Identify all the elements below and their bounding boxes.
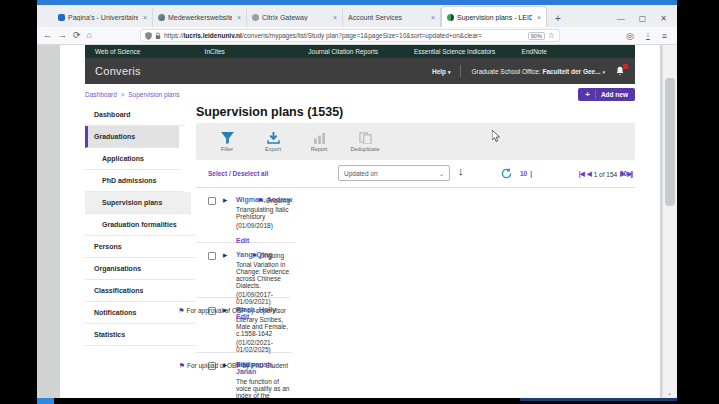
menu-hamburger-icon[interactable]: ≡ — [662, 31, 667, 41]
report-icon — [313, 132, 326, 144]
status-label: ⚑For upload of OBP by PhD Student — [178, 361, 288, 371]
minimize-icon[interactable]: — — [617, 14, 625, 23]
sidebar-item-label: Notifications — [94, 309, 136, 316]
clarivate-link[interactable]: InCites — [205, 48, 297, 55]
tab-close-icon[interactable]: × — [331, 14, 337, 21]
toolbar-button[interactable]: Export — [252, 132, 294, 152]
sidebar-item[interactable]: Graduations — [85, 126, 179, 148]
browser-window: Pagina's - Universitaire Bibl × Medewerk… — [37, 0, 677, 398]
pagination-first-icon[interactable]: |◀ — [579, 170, 584, 178]
flag-icon: ⚑ — [179, 362, 185, 369]
scrollbar-down-icon[interactable]: ⌄ — [667, 389, 672, 396]
tab-favicon-icon — [58, 14, 65, 21]
pagination-last-icon[interactable]: ▶| — [627, 170, 632, 178]
converis-header: Converis Help ▾ Graduate School Office: … — [85, 58, 635, 84]
breadcrumb-dashboard[interactable]: Dashboard — [85, 91, 117, 98]
deduplicate-icon — [359, 132, 372, 144]
refresh-icon[interactable] — [501, 168, 512, 180]
forward-icon[interactable]: → — [58, 31, 67, 40]
mouse-cursor — [492, 130, 501, 143]
tab-close-icon[interactable]: × — [235, 14, 241, 21]
clarivate-link[interactable]: Journal Citation Reports — [308, 48, 402, 55]
browser-tab[interactable]: Supervision plans - LEIDEN × — [441, 6, 547, 27]
add-new-button[interactable]: + Add new — [578, 88, 635, 101]
url-field[interactable]: https://lucris.leidenuniv.nl/converis/my… — [140, 29, 560, 42]
sidebar-item[interactable]: Dashboard — [85, 104, 185, 126]
sidebar-item[interactable]: Graduation formalities — [85, 214, 195, 236]
toolbar-button[interactable]: Filter — [206, 132, 248, 152]
tab-close-icon[interactable]: × — [429, 14, 435, 21]
shield-icon[interactable] — [145, 32, 152, 40]
taskbar-fragment — [37, 398, 54, 404]
pagination-next-icon[interactable]: ▶ — [620, 170, 624, 178]
sort-dropdown[interactable]: Updated on ⌄ — [338, 165, 450, 181]
new-tab-button[interactable]: + — [547, 13, 569, 27]
vertical-scrollbar[interactable]: ⌄ — [662, 45, 677, 398]
role-selector[interactable]: Graduate School Office: Faculteit der Ge… — [471, 68, 605, 75]
bookmark-star-icon[interactable]: ☆ — [548, 31, 555, 40]
toolbar-button[interactable]: Deduplicate — [344, 132, 386, 152]
toolbar-button[interactable]: Report — [298, 132, 340, 152]
breadcrumb: Dashboard > Supervision plans — [85, 91, 180, 98]
notifications-bell-icon[interactable] — [615, 66, 625, 76]
pagination: |◀ ◀ 1 of 154 ▶ ▶| — [579, 170, 632, 178]
lock-icon[interactable] — [155, 32, 161, 40]
sidebar-item[interactable]: Applications — [85, 148, 181, 170]
sort-direction-icon[interactable]: ↓ — [458, 165, 464, 177]
home-icon[interactable]: ⌂ — [87, 31, 92, 40]
sidebar-item[interactable]: Classifications — [85, 280, 195, 302]
sidebar-item[interactable]: Supervision plans — [85, 192, 191, 214]
sidebar-item[interactable]: Organisations — [85, 258, 195, 280]
list-item: ▶ Yang, Qing Tonal Variation in Change: … — [196, 243, 290, 298]
close-icon[interactable]: ✕ — [660, 14, 667, 23]
pagination-prev-icon[interactable]: ◀ — [587, 170, 591, 178]
clarivate-link[interactable]: Web of Science — [95, 48, 193, 55]
notification-badge — [623, 64, 628, 69]
tab-label: Supervision plans - LEIDEN — [457, 14, 532, 21]
pocket-icon[interactable]: ◎ — [626, 31, 634, 41]
select-deselect-all-link[interactable]: Select / Deselect all — [208, 170, 268, 177]
page-viewport: Web of ScienceInCitesJournal Citation Re… — [37, 45, 677, 398]
browser-tab[interactable]: Medewerkerswebsite - Univ × — [153, 8, 247, 27]
taskbar-fragment — [520, 398, 677, 401]
scrollbar-thumb[interactable] — [665, 78, 675, 206]
status-label: ⚑Ongoing — [174, 251, 284, 261]
export-icon — [267, 132, 280, 144]
browser-tab[interactable]: Account Services × — [343, 8, 441, 27]
chevron-down-icon: ▾ — [448, 69, 451, 75]
toolbar-right-icons: ◎ ↓ ≡ — [626, 31, 671, 41]
sidebar-item[interactable]: PhD admissions — [85, 170, 183, 192]
plan-dates: (01/02/2021-01/02/2025) — [236, 339, 292, 353]
supervision-plan-list: ▶ Wigman, Andrew Triangulating Italic Pr… — [196, 188, 635, 398]
page-title: Supervision plans (1535) — [196, 105, 635, 119]
clarivate-link[interactable]: Essential Science Indicators — [414, 48, 510, 55]
flag-icon: ⚑ — [178, 307, 184, 314]
plan-title: The function of voice quality as an inde… — [236, 378, 294, 399]
address-bar: ← → ⟳ ⌂ https://lucris.leidenuniv.nl/con… — [37, 27, 677, 45]
browser-tab[interactable]: Pagina's - Universitaire Bibl × — [53, 8, 153, 27]
downloads-icon[interactable]: ↓ — [646, 31, 650, 40]
reload-icon[interactable]: ⟳ — [73, 31, 81, 40]
browser-tab[interactable]: Citrix Gateway × — [247, 8, 343, 27]
sidebar-item-label: PhD admissions — [102, 177, 156, 184]
tab-favicon-icon — [447, 14, 454, 21]
clarivate-link[interactable]: EndNote — [522, 48, 625, 55]
chevron-down-icon: ▾ — [602, 69, 605, 75]
zoom-level-badge[interactable]: 90% — [528, 32, 545, 40]
breadcrumb-current: Supervision plans — [128, 91, 179, 98]
tab-close-icon[interactable]: × — [141, 14, 147, 21]
list-item: ▶ Riach, Holly Literary Scribes, Male an… — [196, 298, 292, 353]
toolbar-button-label: Deduplicate — [350, 146, 379, 152]
main-content: Supervision plans (1535) Filter — [195, 104, 635, 398]
status-label: ⚑Ongoing — [180, 196, 290, 206]
window-controls: — ▢ ✕ — [617, 14, 677, 27]
maximize-icon[interactable]: ▢ — [639, 14, 647, 23]
tab-label: Pagina's - Universitaire Bibl — [68, 14, 138, 21]
help-menu[interactable]: Help ▾ — [432, 68, 450, 75]
sidebar-item-label: Statistics — [94, 331, 125, 338]
sidebar-item[interactable]: Statistics — [85, 324, 195, 346]
pagination-indicator: 1 of 154 — [594, 171, 618, 178]
list-item: ▶ Wigman, Andrew Triangulating Italic Pr… — [196, 188, 296, 243]
back-icon[interactable]: ← — [43, 31, 52, 40]
tab-close-icon[interactable]: × — [535, 14, 541, 21]
